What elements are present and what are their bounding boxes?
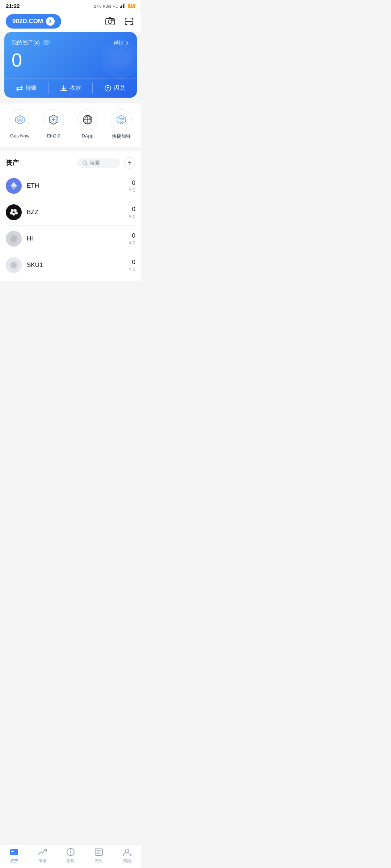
dapp-label: DApp	[81, 133, 93, 139]
eye-icon[interactable]	[43, 40, 50, 46]
bottom-spacer	[0, 281, 141, 310]
svg-point-32	[14, 209, 17, 212]
asset-row-eth[interactable]: ETH 0 ¥ 0	[6, 173, 135, 199]
hi-name: HI	[27, 235, 129, 242]
svg-point-34	[12, 213, 15, 216]
hi-cny: ¥ 0	[129, 240, 135, 246]
svg-point-31	[11, 209, 14, 212]
svg-marker-29	[10, 182, 17, 187]
svg-point-11	[43, 40, 50, 44]
bzz-amount: 0	[129, 206, 135, 213]
hi-coin-icon	[6, 231, 22, 247]
svg-point-33	[10, 212, 13, 214]
svg-rect-3	[124, 3, 125, 8]
assets-section: 资产 + ETH 0 ¥ 0	[0, 151, 141, 281]
svg-rect-0	[120, 7, 121, 8]
svg-rect-1	[121, 5, 122, 8]
svg-line-28	[86, 164, 88, 165]
sku1-cny: ¥ 0	[129, 267, 135, 272]
flash-exchange-button[interactable]: 闪兑	[93, 78, 137, 98]
search-input[interactable]	[90, 160, 115, 166]
bzz-cny: ¥ 0	[129, 214, 135, 219]
sku1-coin-icon	[6, 257, 22, 273]
search-icon	[82, 160, 88, 166]
quick-item-dapp[interactable]: DApp	[77, 109, 98, 140]
gas-now-icon	[9, 109, 30, 130]
asset-list: ETH 0 ¥ 0 BZZ 0 ¥ 0	[6, 173, 135, 281]
bzz-name: BZZ	[27, 209, 129, 216]
transfer-button[interactable]: 转账	[4, 78, 49, 98]
quick-item-add-chain[interactable]: EVM 快捷加链	[111, 109, 132, 140]
asset-label: 我的资产(¥)	[12, 39, 50, 46]
asset-row-bzz[interactable]: BZZ 0 ¥ 0	[6, 199, 135, 226]
scan-button[interactable]	[122, 15, 135, 28]
eth2-icon	[43, 109, 64, 130]
search-box[interactable]	[77, 158, 120, 168]
status-time: 21:22	[6, 3, 20, 9]
gas-now-label: Gas Now	[10, 133, 29, 139]
eth-name: ETH	[27, 182, 129, 190]
svg-point-35	[15, 212, 18, 214]
asset-row-sku1[interactable]: SKU1 0 ¥ 0	[6, 252, 135, 278]
asset-row-hi[interactable]: HI 0 ¥ 0	[6, 226, 135, 252]
bzz-coin-icon	[6, 204, 22, 220]
asset-card: 我的资产(¥) 详情 0 转账	[4, 32, 137, 98]
status-icons: 27.8 KB/s HD 18	[94, 3, 135, 9]
signal-icon	[120, 3, 126, 9]
eth-amount: 0	[129, 179, 135, 187]
quick-item-gas-now[interactable]: Gas Now	[9, 109, 30, 140]
camera-add-button[interactable]	[104, 15, 117, 28]
receive-button[interactable]: 收款	[49, 78, 93, 98]
nav-icons	[104, 15, 135, 28]
battery-indicator: 18	[128, 4, 135, 8]
eth-cny: ¥ 0	[129, 187, 135, 193]
hi-amount: 0	[129, 232, 135, 239]
domain-arrow	[46, 17, 55, 26]
add-chain-icon: EVM	[111, 109, 132, 130]
dapp-icon	[77, 109, 98, 130]
quick-access: Gas Now Eth2.0 DApp	[0, 103, 141, 147]
svg-point-39	[12, 263, 16, 267]
svg-rect-2	[123, 4, 124, 8]
eth-values: 0 ¥ 0	[129, 179, 135, 193]
svg-point-12	[45, 41, 47, 43]
bzz-values: 0 ¥ 0	[129, 206, 135, 219]
hi-values: 0 ¥ 0	[129, 232, 135, 246]
sku1-name: SKU1	[27, 261, 129, 269]
quick-item-eth2[interactable]: Eth2.0	[43, 109, 64, 140]
hd-badge: HD	[113, 4, 118, 8]
assets-controls: +	[77, 157, 135, 169]
add-asset-button[interactable]: +	[124, 157, 135, 169]
assets-header: 资产 +	[6, 151, 135, 173]
status-bar: 21:22 27.8 KB/s HD 18	[0, 0, 141, 10]
domain-label: 902D.COM	[12, 18, 43, 25]
top-nav: 902D.COM	[0, 10, 141, 32]
svg-text:EVM: EVM	[119, 118, 124, 120]
svg-point-37	[11, 236, 16, 241]
eth2-label: Eth2.0	[47, 133, 60, 139]
speed-indicator: 27.8 KB/s	[94, 4, 111, 8]
sku1-amount: 0	[129, 259, 135, 266]
domain-badge[interactable]: 902D.COM	[6, 14, 61, 29]
svg-marker-16	[18, 119, 21, 122]
sku1-values: 0 ¥ 0	[129, 259, 135, 272]
assets-title: 资产	[6, 158, 19, 167]
add-chain-label: 快捷加链	[112, 133, 131, 140]
eth-coin-icon	[6, 178, 22, 194]
card-actions: 转账 收款 闪兑	[4, 78, 137, 98]
detail-link[interactable]: 详情	[114, 40, 130, 46]
